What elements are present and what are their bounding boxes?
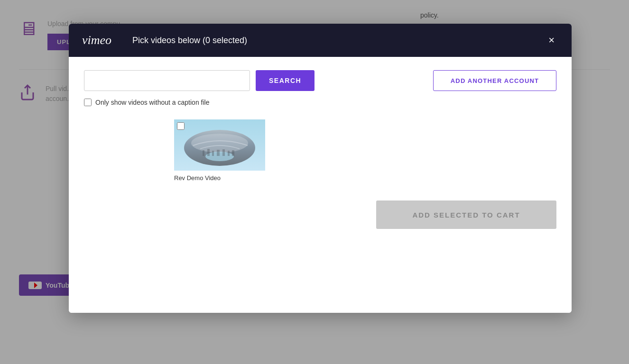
svg-rect-9: [217, 150, 220, 156]
svg-rect-10: [222, 149, 225, 156]
video-thumbnail-wrapper: [174, 119, 265, 171]
svg-rect-8: [212, 151, 214, 156]
search-input[interactable]: [84, 70, 250, 91]
vimeo-logo: vimeo: [82, 34, 125, 47]
add-another-account-button[interactable]: ADD ANOTHER ACCOUNT: [433, 70, 556, 91]
list-item[interactable]: Rev Demo Video: [174, 119, 265, 182]
svg-rect-6: [203, 150, 204, 156]
caption-filter-checkbox[interactable]: [84, 99, 92, 106]
modal-header-left: vimeo Pick videos below (0 selected): [82, 34, 247, 47]
search-row: SEARCH ADD ANOTHER ACCOUNT: [84, 70, 556, 91]
modal-header: vimeo Pick videos below (0 selected) ×: [69, 24, 572, 57]
modal-close-button[interactable]: ×: [545, 33, 558, 47]
svg-rect-12: [232, 150, 234, 156]
videos-grid: Rev Demo Video: [84, 119, 556, 182]
modal-footer: ADD SELECTED TO CART: [84, 200, 556, 233]
video-thumbnail: [174, 119, 265, 171]
modal-body: SEARCH ADD ANOTHER ACCOUNT Only show vid…: [69, 57, 572, 313]
caption-filter-row: Only show videos without a caption file: [84, 99, 556, 106]
add-selected-to-cart-button[interactable]: ADD SELECTED TO CART: [376, 200, 556, 229]
video-title: Rev Demo Video: [174, 174, 221, 182]
modal-title: Pick videos below (0 selected): [132, 36, 247, 46]
video-select-checkbox[interactable]: [177, 122, 185, 130]
caption-filter-label[interactable]: Only show videos without a caption file: [95, 99, 209, 106]
vimeo-picker-modal: vimeo Pick videos below (0 selected) × S…: [69, 24, 572, 313]
search-button[interactable]: SEARCH: [256, 70, 314, 91]
svg-rect-11: [228, 151, 230, 156]
svg-rect-7: [207, 149, 210, 156]
svg-text:vimeo: vimeo: [82, 34, 111, 47]
